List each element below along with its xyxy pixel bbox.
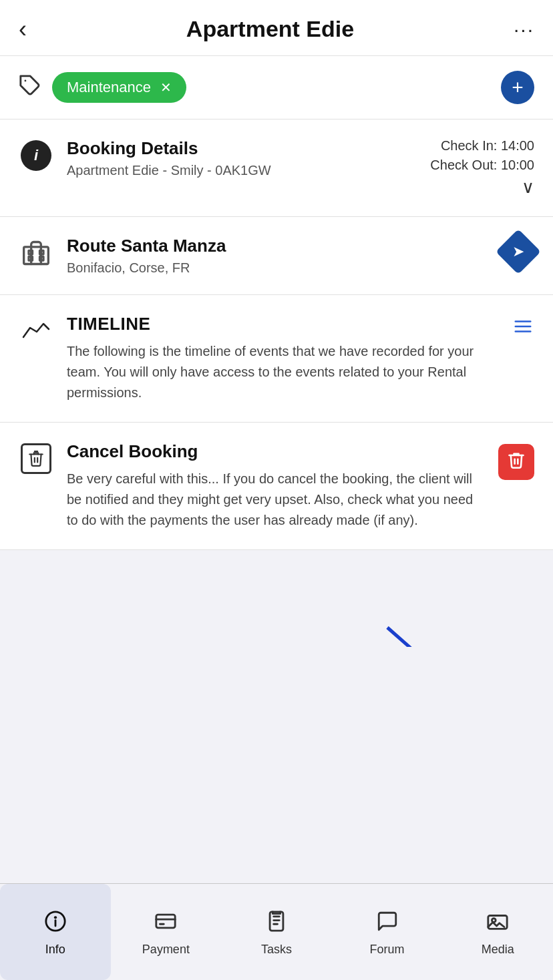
- booking-title: Booking Details: [67, 138, 417, 159]
- payment-tab-icon: [154, 910, 177, 937]
- page-title: Apartment Edie: [186, 16, 354, 42]
- tab-forum[interactable]: Forum: [332, 884, 443, 980]
- cancel-text: Be very careful with this... If you do c…: [67, 469, 485, 531]
- tab-tasks-label: Tasks: [261, 943, 292, 957]
- tab-payment-label: Payment: [142, 943, 190, 957]
- timeline-section: TIMELINE The following is the timeline o…: [0, 295, 553, 423]
- location-subtitle: Bonifacio, Corse, FR: [67, 260, 489, 276]
- tab-media[interactable]: Media: [442, 884, 553, 980]
- timeline-icon: [19, 314, 53, 348]
- back-button[interactable]: ‹: [19, 17, 27, 41]
- tags-row: Maintenance ✕ +: [0, 56, 553, 119]
- media-tab-icon: [486, 910, 509, 937]
- cancel-title: Cancel Booking: [67, 441, 485, 462]
- tag-label: Maintenance: [67, 79, 151, 96]
- add-tag-button[interactable]: +: [501, 71, 534, 104]
- timeline-text: The following is the timeline of events …: [67, 341, 498, 403]
- location-title: Route Santa Manza: [67, 236, 489, 256]
- more-menu-button[interactable]: ···: [514, 18, 534, 41]
- booking-chevron-icon[interactable]: ∨: [522, 177, 534, 198]
- info-tab-icon: [44, 910, 67, 937]
- timeline-content: TIMELINE The following is the timeline o…: [67, 314, 498, 403]
- cancel-section-icon: [19, 441, 53, 476]
- location-content: Route Santa Manza Bonifacio, Corse, FR: [67, 236, 489, 276]
- timeline-list-icon[interactable]: [512, 316, 534, 339]
- info-circle-icon: i: [21, 140, 51, 171]
- cancel-booking-section: Cancel Booking Be very careful with this…: [0, 423, 553, 550]
- booking-details-section: i Booking Details Apartment Edie - Smily…: [0, 119, 553, 217]
- tab-payment[interactable]: Payment: [111, 884, 222, 980]
- booking-times: Check In: 14:00 Check Out: 10:00 ∨: [430, 138, 534, 198]
- timeline-title: TIMELINE: [67, 314, 498, 334]
- tab-media-label: Media: [482, 943, 514, 957]
- cancel-trash-icon: [507, 451, 526, 474]
- booking-subtitle: Apartment Edie - Smily - 0AK1GW: [67, 163, 417, 178]
- cancel-booking-button[interactable]: [498, 444, 534, 480]
- svg-line-12: [387, 628, 500, 647]
- maintenance-tag[interactable]: Maintenance ✕: [52, 72, 186, 103]
- header: ‹ Apartment Edie ···: [0, 0, 553, 56]
- booking-details-content: Booking Details Apartment Edie - Smily -…: [67, 138, 417, 178]
- location-section: Route Santa Manza Bonifacio, Corse, FR ➤: [0, 217, 553, 295]
- cancel-content: Cancel Booking Be very careful with this…: [67, 441, 485, 531]
- svg-rect-17: [156, 915, 175, 928]
- tab-forum-label: Forum: [370, 943, 405, 957]
- tab-info[interactable]: Info: [0, 884, 111, 980]
- add-icon: +: [512, 76, 524, 99]
- tasks-tab-icon: [265, 910, 288, 937]
- remove-tag-button[interactable]: ✕: [160, 79, 172, 95]
- navigate-button[interactable]: ➤: [496, 229, 541, 274]
- tab-info-label: Info: [45, 943, 65, 957]
- directions-icon: ➤: [512, 243, 524, 260]
- booking-info-icon: i: [19, 138, 53, 173]
- location-nav-btn[interactable]: ➤: [502, 236, 534, 268]
- trash-header-icon: [21, 443, 51, 474]
- building-icon: [19, 236, 53, 270]
- tab-tasks[interactable]: Tasks: [221, 884, 332, 980]
- check-out-time: Check Out: 10:00: [430, 158, 534, 173]
- check-in-time: Check In: 14:00: [441, 138, 534, 154]
- tab-bar: Info Payment Tasks: [0, 883, 553, 980]
- tag-icon: [19, 74, 41, 101]
- forum-tab-icon: [376, 910, 399, 937]
- svg-rect-1: [24, 247, 49, 264]
